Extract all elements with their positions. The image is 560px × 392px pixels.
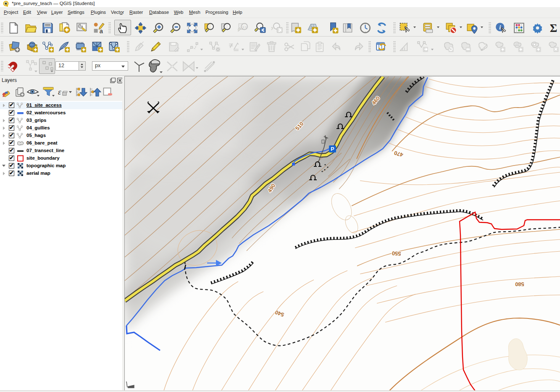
svg-text:Σ: Σ	[550, 22, 557, 34]
svg-text:1:1: 1:1	[242, 25, 247, 29]
svg-text:i: i	[499, 24, 501, 31]
svg-text:580: 580	[515, 281, 524, 287]
svg-text:a: a	[100, 28, 103, 34]
svg-text:P: P	[331, 146, 334, 152]
svg-text:550: 550	[392, 250, 401, 257]
svg-text:ε: ε	[58, 87, 61, 96]
